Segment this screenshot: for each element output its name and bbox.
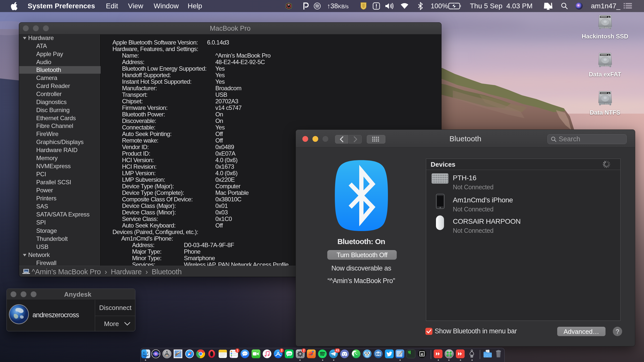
svg-text:$▌: $▌ xyxy=(408,351,411,354)
svg-text:LINE: LINE xyxy=(287,353,292,355)
svg-text:e: e xyxy=(421,352,423,356)
